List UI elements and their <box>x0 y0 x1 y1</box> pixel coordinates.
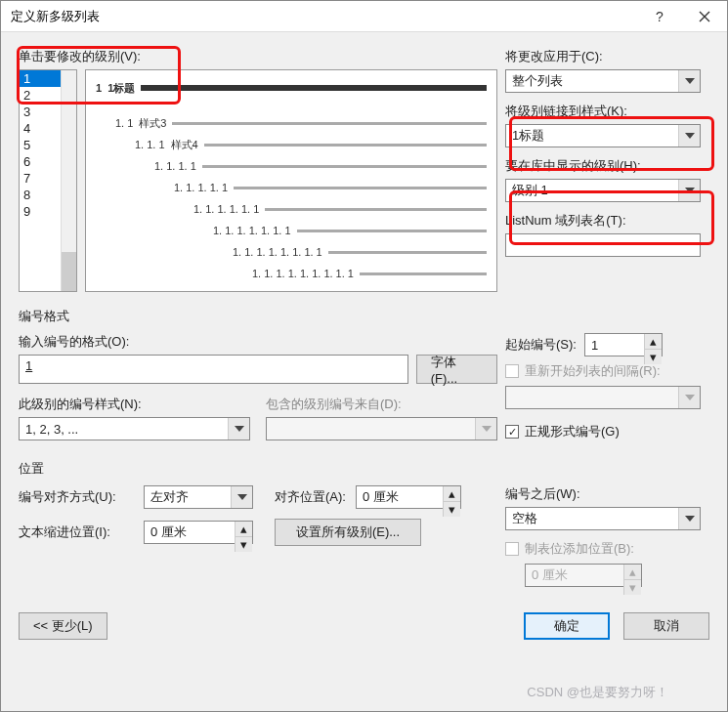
indent-label: 文本缩进位置(I): <box>19 524 134 541</box>
number-style-label: 此级别的编号样式(N): <box>19 396 250 413</box>
scrollbar-thumb[interactable] <box>62 252 76 291</box>
help-button[interactable]: ? <box>637 1 682 32</box>
preview-line: 1. 1. 1. 1. 1. 1. 1 <box>213 221 487 240</box>
dialog-window: 定义新多级列表 ? 单击要修改的级别(V): 123456789 11标题1. … <box>0 0 728 712</box>
chevron-down-icon <box>678 180 700 201</box>
chevron-down-icon <box>228 418 249 440</box>
titlebar: 定义新多级列表 ? <box>1 1 727 32</box>
indent-spinner[interactable]: 0 厘米 ▴▾ <box>144 521 253 544</box>
chevron-down-icon <box>475 418 496 440</box>
show-gallery-label: 要在库中显示的级别(H): <box>505 157 701 175</box>
preview-line: 1. 1. 1样式4 <box>135 135 487 154</box>
checkbox-box[interactable]: ✓ <box>505 425 519 439</box>
link-style-value: 1标题 <box>512 127 544 145</box>
start-at-label: 起始编号(S): <box>505 336 577 354</box>
spin-up[interactable]: ▴ <box>235 522 252 537</box>
align-at-spinner[interactable]: 0 厘米 ▴▾ <box>356 485 461 509</box>
chevron-down-icon <box>231 486 252 508</box>
align-select[interactable]: 左对齐 <box>144 485 253 509</box>
listnum-input[interactable] <box>505 233 701 257</box>
close-button[interactable] <box>682 1 727 32</box>
preview-line: 11标题 <box>96 78 487 98</box>
chevron-down-icon <box>678 125 700 147</box>
close-icon <box>699 11 710 22</box>
checkbox-box <box>505 364 519 378</box>
spin-down[interactable]: ▾ <box>644 350 662 364</box>
restart-checkbox: 重新开始列表的间隔(R): <box>505 362 701 380</box>
spin-down: ▾ <box>623 580 641 595</box>
less-button[interactable]: << 更少(L) <box>19 612 107 640</box>
spin-down[interactable]: ▾ <box>443 502 460 517</box>
tab-add-checkbox: 制表位添加位置(B): <box>505 540 701 558</box>
preview-line: 1. 1. 1. 1. 1. 1. 1. 1. 1 <box>252 264 487 283</box>
scrollbar[interactable] <box>61 70 76 291</box>
ok-button[interactable]: 确定 <box>524 612 610 640</box>
number-format-input[interactable]: 1 <box>19 355 408 384</box>
enter-format-label: 输入编号的格式(O): <box>19 333 497 351</box>
checkbox-box <box>505 542 519 556</box>
preview-line: 1. 1. 1. 1. 1 <box>174 178 487 197</box>
number-format-section: 编号格式 <box>19 308 709 325</box>
include-from-label: 包含的级别编号来自(D): <box>266 396 497 413</box>
tab-add-spinner: 0 厘米 ▴▾ <box>525 564 642 587</box>
number-style-select[interactable]: 1, 2, 3, ... <box>19 417 250 440</box>
chevron-down-icon <box>678 508 700 529</box>
show-gallery-value: 级别 1 <box>512 182 548 199</box>
set-all-levels-button[interactable]: 设置所有级别(E)... <box>275 519 421 546</box>
listnum-label: ListNum 域列表名(T): <box>505 212 701 230</box>
include-from-select <box>266 417 497 440</box>
level-list[interactable]: 123456789 <box>19 69 77 292</box>
link-style-select[interactable]: 1标题 <box>505 124 701 147</box>
preview-line: 1. 1. 1. 1. 1. 1 <box>193 199 487 219</box>
apply-to-select[interactable]: 整个列表 <box>505 69 701 93</box>
show-gallery-select[interactable]: 级别 1 <box>505 179 701 202</box>
chevron-down-icon <box>678 387 700 408</box>
title-text: 定义新多级列表 <box>11 8 100 25</box>
cancel-button[interactable]: 取消 <box>623 612 709 640</box>
spin-down[interactable]: ▾ <box>235 537 252 552</box>
apply-to-label: 将更改应用于(C): <box>505 48 701 65</box>
click-level-label: 单击要修改的级别(V): <box>19 48 497 65</box>
apply-to-value: 整个列表 <box>512 72 563 90</box>
preview-line: 1. 1. 1. 1 <box>154 156 487 176</box>
align-at-label: 对齐位置(A): <box>275 488 346 506</box>
restart-select <box>505 386 701 409</box>
position-section: 位置 <box>19 460 709 478</box>
spin-up[interactable]: ▴ <box>644 334 662 350</box>
spin-up: ▴ <box>623 565 641 580</box>
link-style-label: 将级别链接到样式(K): <box>505 103 701 120</box>
preview-pane: 11标题1. 1样式31. 1. 1样式41. 1. 1. 11. 1. 1. … <box>85 69 497 292</box>
chevron-down-icon <box>678 70 700 92</box>
watermark: CSDN @也是要努力呀！ <box>527 684 668 701</box>
content: 单击要修改的级别(V): 123456789 11标题1. 1样式31. 1. … <box>1 32 727 653</box>
preview-line: 1. 1. 1. 1. 1. 1. 1. 1 <box>233 242 487 262</box>
align-label: 编号对齐方式(U): <box>19 488 134 506</box>
follow-select[interactable]: 空格 <box>505 507 701 530</box>
spin-up[interactable]: ▴ <box>443 486 460 502</box>
legal-checkbox[interactable]: ✓ 正规形式编号(G) <box>505 423 701 440</box>
preview-line: 1. 1样式3 <box>115 113 487 133</box>
follow-label: 编号之后(W): <box>505 485 701 503</box>
font-button[interactable]: 字体(F)... <box>416 355 497 384</box>
start-at-spinner[interactable]: 1 ▴▾ <box>584 333 663 356</box>
